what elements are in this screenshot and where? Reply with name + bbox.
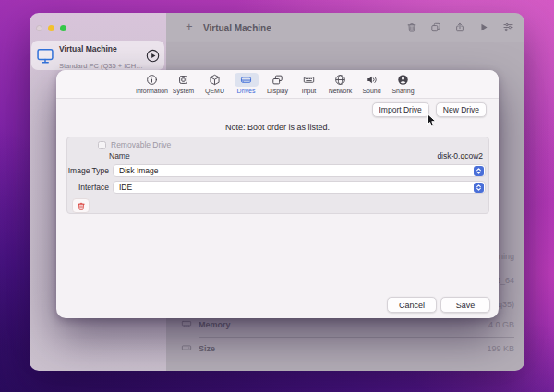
- tab-label: Display: [267, 88, 288, 94]
- drive-name-row: Name disk-0.qcow2: [109, 151, 483, 160]
- monitor-icon: [36, 48, 54, 64]
- traffic-lights: [36, 25, 66, 31]
- run-vm-button[interactable]: [146, 49, 160, 63]
- size-label: Size: [199, 344, 215, 353]
- import-drive-button[interactable]: Import Drive: [372, 102, 429, 117]
- tab-system[interactable]: System: [168, 73, 199, 98]
- tab-label: QEMU: [205, 88, 224, 94]
- tab-label: Information: [136, 88, 168, 94]
- drive-name-value: disk-0.qcow2: [437, 151, 483, 160]
- vm-item-text: Virtual Machine Standard PC (Q35 + ICH…: [59, 39, 146, 72]
- minimize-window-button[interactable]: [48, 25, 54, 31]
- keyboard-icon: [297, 73, 321, 87]
- stepper-icon: [474, 183, 484, 193]
- vm-item-subtitle: Standard PC (Q35 + ICH…: [59, 62, 143, 70]
- tab-information[interactable]: Information: [137, 73, 168, 98]
- speaker-icon: [360, 73, 384, 87]
- settings-tabbar: Information System QEMU: [56, 70, 499, 99]
- vm-item-title: Virtual Machine: [59, 44, 117, 53]
- globe-icon: [329, 73, 353, 87]
- interface-value: IDE: [119, 183, 132, 192]
- stepper-icon: [474, 166, 484, 176]
- zoom-window-button[interactable]: [60, 25, 66, 31]
- interface-label: Interface: [67, 183, 109, 192]
- tab-label: Input: [302, 88, 317, 94]
- tab-label: Sound: [362, 88, 380, 94]
- windows-icon: [266, 73, 290, 87]
- cube-icon: [203, 73, 227, 87]
- drive-icon: [235, 73, 259, 87]
- drive-panel: Removable Drive Name disk-0.qcow2 Image …: [66, 137, 489, 214]
- toolbar-settings-icon[interactable]: [502, 21, 514, 33]
- interface-select[interactable]: IDE: [113, 181, 486, 194]
- removable-drive-row: Removable Drive: [98, 140, 171, 149]
- delete-drive-button[interactable]: [72, 198, 90, 213]
- vm-settings-dialog: Information System QEMU: [56, 70, 499, 318]
- new-drive-button[interactable]: New Drive: [436, 102, 487, 117]
- tab-sound[interactable]: Sound: [356, 73, 388, 98]
- mouse-cursor: [426, 113, 437, 129]
- size-icon: [181, 342, 192, 353]
- tab-input[interactable]: Input: [294, 73, 325, 98]
- interface-row: Interface IDE: [67, 181, 486, 194]
- window-title: Virtual Machine: [203, 23, 271, 33]
- delete-vm-icon[interactable]: [406, 21, 417, 33]
- window-toolbar: + Virtual Machine: [166, 13, 524, 42]
- play-icon[interactable]: [478, 21, 489, 33]
- close-window-button[interactable]: [36, 25, 42, 31]
- chip-icon: [172, 73, 196, 87]
- clone-vm-icon[interactable]: [430, 21, 441, 33]
- memory-icon: [181, 318, 192, 329]
- image-type-row: Image Type Disk Image: [67, 164, 486, 177]
- image-type-select[interactable]: Disk Image: [113, 164, 486, 177]
- toolbar-icons: [406, 21, 514, 33]
- vm-list-item[interactable]: Virtual Machine Standard PC (Q35 + ICH…: [31, 41, 164, 70]
- new-vm-button[interactable]: +: [186, 20, 193, 32]
- memory-label: Memory: [199, 320, 231, 329]
- trash-icon: [77, 201, 86, 211]
- removable-drive-checkbox[interactable]: [98, 141, 106, 149]
- removable-drive-label: Removable Drive: [111, 140, 171, 149]
- name-header: Name: [109, 151, 130, 160]
- row-divider: [199, 337, 514, 338]
- save-button[interactable]: Save: [440, 297, 490, 313]
- tab-label: Drives: [237, 88, 256, 94]
- tab-network[interactable]: Network: [325, 73, 356, 98]
- tab-label: System: [173, 88, 194, 94]
- memory-value: 4.0 GB: [488, 320, 514, 329]
- size-value: 199 KB: [487, 344, 514, 353]
- share-icon[interactable]: [454, 21, 465, 33]
- tab-drives[interactable]: Drives: [231, 73, 262, 98]
- information-icon: [140, 73, 164, 87]
- person-circle-icon: [391, 73, 416, 87]
- tab-label: Sharing: [391, 88, 414, 94]
- tab-label: Network: [329, 88, 353, 94]
- image-type-value: Disk Image: [119, 166, 159, 175]
- tab-qemu[interactable]: QEMU: [199, 73, 231, 98]
- tab-display[interactable]: Display: [262, 73, 294, 98]
- tab-sharing[interactable]: Sharing: [388, 73, 419, 98]
- desktop: Virtual Machine Standard PC (Q35 + ICH… …: [0, 0, 554, 392]
- image-type-label: Image Type: [67, 166, 109, 175]
- cancel-button[interactable]: Cancel: [387, 297, 437, 313]
